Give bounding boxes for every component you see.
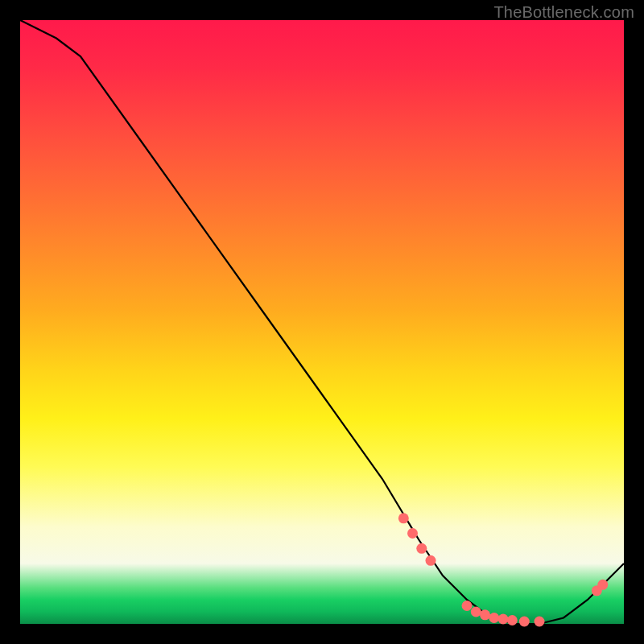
data-marker	[398, 513, 409, 523]
data-marker	[489, 613, 499, 623]
plot-area	[20, 20, 624, 624]
data-marker	[519, 617, 530, 627]
chart-frame: TheBottleneck.com	[0, 0, 644, 644]
data-marker	[480, 609, 490, 620]
data-marker	[535, 617, 545, 627]
data-marker	[498, 614, 509, 625]
marker-group	[398, 513, 609, 626]
curve-layer	[20, 20, 624, 624]
data-marker	[416, 543, 427, 554]
bottleneck-curve	[20, 20, 624, 624]
data-marker	[462, 601, 473, 611]
watermark-text: TheBottleneck.com	[493, 3, 634, 22]
data-marker	[471, 607, 481, 617]
data-marker	[507, 615, 518, 625]
data-marker	[426, 555, 436, 566]
data-marker	[407, 528, 418, 539]
data-marker	[597, 580, 608, 590]
